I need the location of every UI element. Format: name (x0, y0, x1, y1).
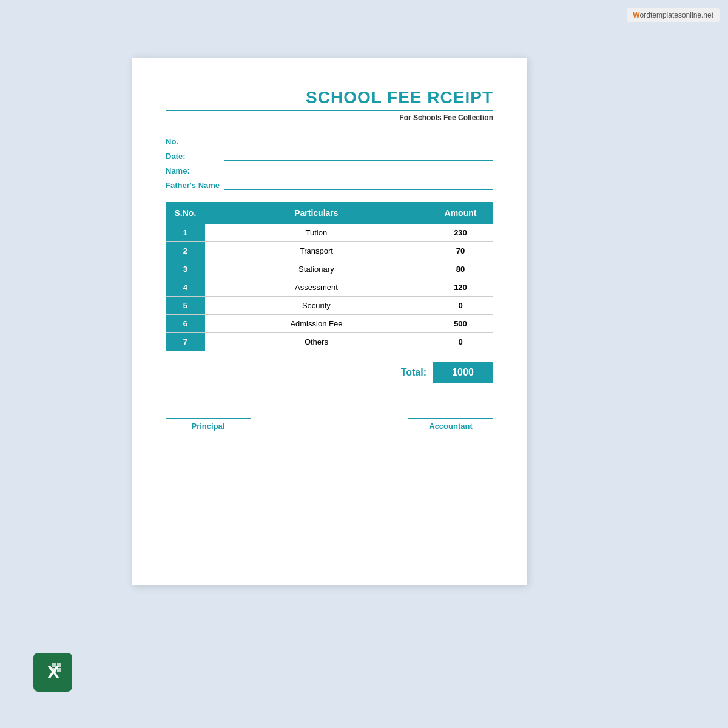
document-subtitle: For Schools Fee Collection (166, 113, 493, 122)
cell-sno: 6 (166, 315, 205, 333)
label-no: No. (166, 137, 220, 146)
document-paper: SCHOOL FEE RCEIPT For Schools Fee Collec… (132, 58, 527, 585)
cell-amount: 80 (428, 260, 493, 278)
th-amount: Amount (428, 202, 493, 224)
cell-amount: 70 (428, 242, 493, 260)
watermark-w: W (633, 11, 639, 19)
table-row: 5Security0 (166, 297, 493, 315)
th-particulars: Particulars (205, 202, 428, 224)
watermark-text: ordtemplatesonline.net (640, 11, 713, 19)
cell-amount: 500 (428, 315, 493, 333)
cell-particular: Transport (205, 242, 428, 260)
accountant-signature: Accountant (408, 418, 493, 431)
fee-table: S.No. Particulars Amount 1Tution2302Tran… (166, 202, 493, 351)
cell-particular: Others (205, 333, 428, 351)
cell-sno: 5 (166, 297, 205, 315)
table-row: 4Assessment120 (166, 278, 493, 297)
cell-particular: Tution (205, 224, 428, 242)
signature-section: Principal Accountant (166, 413, 493, 431)
principal-label: Principal (166, 422, 251, 431)
total-label: Total: (401, 367, 426, 378)
table-row: 1Tution230 (166, 224, 493, 242)
cell-sno: 7 (166, 333, 205, 351)
cell-particular: Stationary (205, 260, 428, 278)
total-value: 1000 (433, 362, 493, 383)
form-row-father: Father's Name (166, 179, 493, 190)
table-row: 7Others0 (166, 333, 493, 351)
cell-sno: 4 (166, 278, 205, 297)
input-date[interactable] (224, 150, 493, 161)
cell-amount: 0 (428, 297, 493, 315)
table-row: 6Admission Fee500 (166, 315, 493, 333)
label-father: Father's Name (166, 181, 220, 190)
table-row: 2Transport70 (166, 242, 493, 260)
input-no[interactable] (224, 135, 493, 146)
cell-particular: Admission Fee (205, 315, 428, 333)
cell-particular: Security (205, 297, 428, 315)
accountant-label: Accountant (408, 422, 493, 431)
th-sno: S.No. (166, 202, 205, 224)
excel-grid-icon (52, 663, 61, 672)
excel-icon: X (33, 653, 72, 692)
cell-sno: 3 (166, 260, 205, 278)
principal-line (166, 418, 251, 419)
cell-sno: 1 (166, 224, 205, 242)
label-name: Name: (166, 166, 220, 175)
form-row-no: No. (166, 135, 493, 146)
cell-amount: 120 (428, 278, 493, 297)
title-divider (166, 110, 493, 111)
watermark-badge: Wordtemplatesonline.net (627, 8, 720, 22)
principal-signature: Principal (166, 418, 251, 431)
accountant-line (408, 418, 493, 419)
cell-particular: Assessment (205, 278, 428, 297)
form-row-date: Date: (166, 150, 493, 161)
input-father[interactable] (224, 179, 493, 190)
cell-amount: 0 (428, 333, 493, 351)
label-date: Date: (166, 152, 220, 161)
form-row-name: Name: (166, 164, 493, 175)
cell-amount: 230 (428, 224, 493, 242)
document-title: SCHOOL FEE RCEIPT (166, 88, 493, 107)
input-name[interactable] (224, 164, 493, 175)
title-section: SCHOOL FEE RCEIPT (166, 88, 493, 107)
table-row: 3Stationary80 (166, 260, 493, 278)
total-row: Total: 1000 (166, 362, 493, 383)
cell-sno: 2 (166, 242, 205, 260)
form-fields: No. Date: Name: Father's Name (166, 135, 493, 190)
